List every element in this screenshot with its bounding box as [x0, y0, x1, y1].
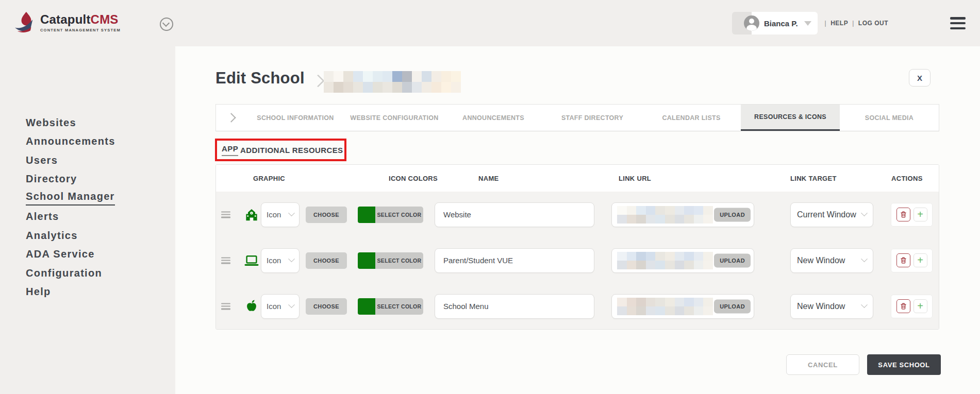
save-school-button[interactable]: SAVE SCHOOL: [867, 354, 941, 375]
brand-logo[interactable]: CatapultCMS CONTENT MANAGEMENT SYSTEM: [14, 11, 121, 34]
chevron-down-icon: [861, 301, 868, 308]
avatar: [744, 15, 759, 31]
icon-color-picker[interactable]: SELECT COLOR: [358, 207, 423, 223]
help-link[interactable]: HELP: [830, 20, 848, 27]
link-target-dropdown[interactable]: Current Window: [790, 202, 873, 227]
section-heading-annotation: APP ADDITIONAL RESOURCES: [215, 139, 346, 161]
select-color-button[interactable]: SELECT COLOR: [375, 207, 423, 223]
table-header: GRAPHIC ICON COLORS NAME LINK URL LINK T…: [216, 165, 939, 192]
sidebar-item-ada-service[interactable]: ADA Service: [26, 245, 175, 264]
name-input[interactable]: [435, 294, 594, 319]
table-row: Icon CHOOSE SELECT COLOR UPLOAD Current …: [216, 192, 939, 237]
icon-color-picker[interactable]: SELECT COLOR: [358, 252, 423, 269]
delete-row-button[interactable]: [896, 299, 910, 313]
avatar-box: [732, 12, 752, 35]
link-target-dropdown[interactable]: New Window: [790, 294, 873, 319]
name-field-wrap: [435, 294, 594, 319]
upload-button[interactable]: UPLOAD: [714, 299, 751, 313]
graphic-type-dropdown[interactable]: Icon: [261, 202, 300, 227]
user-name: Bianca P.: [764, 19, 798, 28]
column-header-name: NAME: [478, 175, 499, 182]
main-content: Edit School X SCHOOL INFORMATION WEBSITE…: [175, 46, 980, 394]
icon-color-picker[interactable]: SELECT COLOR: [358, 298, 423, 315]
row-actions: +: [891, 295, 933, 318]
cancel-button[interactable]: CANCEL: [786, 354, 859, 375]
choose-button[interactable]: CHOOSE: [306, 207, 347, 223]
select-color-button[interactable]: SELECT COLOR: [375, 252, 423, 269]
brand-name-primary: Catapult: [40, 12, 91, 26]
chevron-down-icon: [288, 255, 295, 262]
link-target-dropdown[interactable]: New Window: [790, 248, 873, 273]
choose-button[interactable]: CHOOSE: [306, 298, 347, 315]
name-input[interactable]: [435, 248, 594, 273]
caret-down-icon: [804, 21, 811, 26]
top-header: CatapultCMS CONTENT MANAGEMENT SYSTEM Bi…: [0, 0, 980, 46]
section-heading: ADDITIONAL RESOURCES: [238, 146, 343, 155]
column-header-actions: ACTIONS: [891, 175, 923, 182]
link-url-field[interactable]: UPLOAD: [611, 248, 754, 273]
chevron-down-icon: [861, 210, 868, 216]
link-target-value: New Window: [797, 302, 845, 311]
link-url-field[interactable]: UPLOAD: [611, 202, 754, 227]
plus-icon: +: [917, 301, 923, 311]
drag-handle[interactable]: [221, 303, 230, 310]
drag-handle[interactable]: [221, 211, 230, 218]
user-menu[interactable]: Bianca P.: [732, 12, 818, 35]
tab-website-configuration[interactable]: WEBSITE CONFIGURATION: [345, 105, 444, 131]
redacted-link-url: [617, 206, 713, 224]
select-color-button[interactable]: SELECT COLOR: [375, 298, 423, 315]
sidebar-item-help[interactable]: Help: [26, 283, 175, 302]
drag-handle[interactable]: [221, 257, 230, 264]
delete-row-button[interactable]: [896, 208, 910, 221]
section-heading-prefix: APP: [222, 144, 238, 156]
collapse-header-button[interactable]: [160, 18, 173, 31]
sidebar-item-school-manager[interactable]: School Manager: [26, 189, 175, 208]
row-actions: +: [891, 249, 933, 272]
add-row-button[interactable]: +: [913, 299, 927, 313]
tab-calendar-lists[interactable]: CALENDAR LISTS: [642, 105, 741, 131]
hamburger-menu-icon[interactable]: [950, 17, 966, 29]
chevron-down-icon: [288, 210, 295, 216]
close-button[interactable]: X: [909, 69, 931, 87]
resources-table: GRAPHIC ICON COLORS NAME LINK URL LINK T…: [215, 164, 939, 330]
tab-resources-icons[interactable]: RESOURCES & ICONS: [741, 105, 840, 131]
add-row-button[interactable]: +: [913, 208, 927, 221]
graphic-type-value: Icon: [267, 256, 281, 265]
color-swatch: [358, 252, 375, 269]
page-title: Edit School: [215, 69, 305, 88]
chevron-down-icon: [861, 255, 868, 262]
column-header-link-url: LINK URL: [619, 175, 651, 182]
sidebar-item-alerts[interactable]: Alerts: [26, 208, 175, 227]
choose-button[interactable]: CHOOSE: [306, 252, 347, 269]
logout-link[interactable]: LOG OUT: [858, 20, 888, 27]
tab-scroll-chevron[interactable]: [216, 105, 246, 131]
user-name-pill[interactable]: Bianca P.: [752, 12, 818, 35]
row-actions: +: [891, 203, 933, 227]
upload-button[interactable]: UPLOAD: [714, 253, 751, 267]
add-row-button[interactable]: +: [913, 253, 927, 267]
apple-icon: [243, 298, 260, 315]
name-field-wrap: [435, 202, 594, 227]
tab-staff-directory[interactable]: STAFF DIRECTORY: [543, 105, 642, 131]
sidebar-item-announcements[interactable]: Announcements: [26, 132, 175, 151]
graphic-type-dropdown[interactable]: Icon: [261, 248, 300, 273]
link-url-field[interactable]: UPLOAD: [611, 294, 754, 319]
sidebar-item-users[interactable]: Users: [26, 151, 175, 170]
sidebar-item-analytics[interactable]: Analytics: [26, 226, 175, 245]
delete-row-button[interactable]: [896, 253, 910, 267]
graphic-type-dropdown[interactable]: Icon: [261, 294, 300, 319]
redacted-link-url: [617, 252, 713, 269]
name-input[interactable]: [435, 202, 594, 227]
sidebar-item-websites[interactable]: Websites: [26, 113, 175, 132]
graphic-type-value: Icon: [267, 210, 281, 219]
divider: |: [825, 20, 827, 27]
upload-button[interactable]: UPLOAD: [714, 208, 751, 221]
color-swatch: [358, 298, 375, 315]
school-icon: [243, 206, 260, 224]
column-header-icon-colors: ICON COLORS: [389, 175, 438, 182]
tab-social-media[interactable]: SOCIAL MEDIA: [840, 105, 939, 131]
sidebar-item-directory[interactable]: Directory: [26, 170, 175, 189]
sidebar-item-configuration[interactable]: Configuration: [26, 264, 175, 283]
tab-school-information[interactable]: SCHOOL INFORMATION: [246, 105, 345, 131]
tab-announcements[interactable]: ANNOUNCEMENTS: [444, 105, 543, 131]
